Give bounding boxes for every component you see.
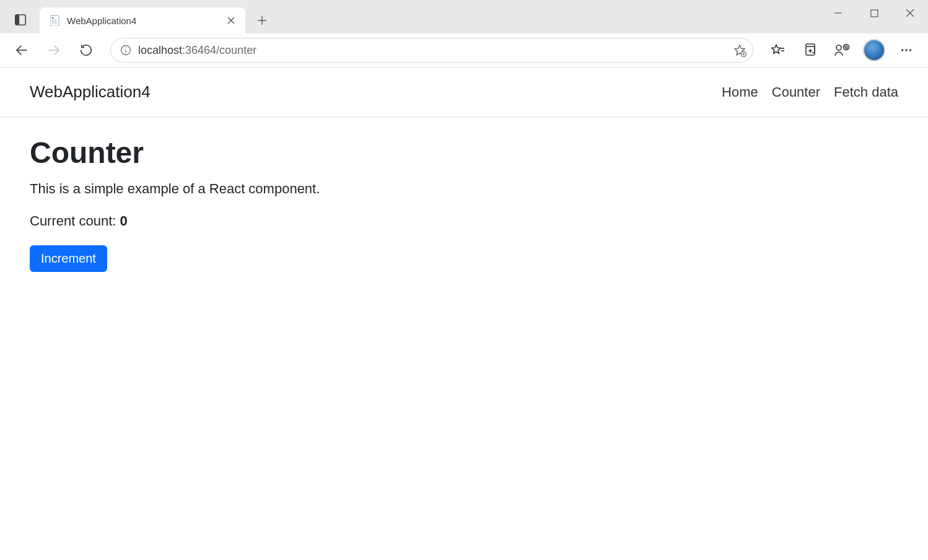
- svg-point-34: [909, 49, 911, 51]
- count-label: Current count:: [30, 213, 120, 229]
- close-icon: [906, 9, 914, 17]
- browser-toolbar: localhost:36464/counter: [0, 33, 928, 68]
- brand-link[interactable]: WebApplication4: [30, 82, 151, 102]
- nav-refresh-button[interactable]: [72, 36, 100, 64]
- page-heading: Counter: [30, 136, 898, 170]
- page-content: Counter This is a simple example of a Re…: [0, 117, 928, 291]
- nav-link-home[interactable]: Home: [722, 84, 758, 100]
- star-plus-icon: [733, 43, 746, 57]
- maximize-icon: [870, 9, 878, 17]
- count-readout: Current count: 0: [30, 213, 898, 229]
- favorites-icon: [770, 43, 785, 58]
- window-controls: [820, 0, 928, 26]
- more-button[interactable]: [892, 36, 921, 64]
- tab-title: WebApplication4: [67, 15, 217, 26]
- site-info-button[interactable]: [120, 44, 132, 56]
- site-nav: Home Counter Fetch data: [722, 84, 898, 100]
- add-favorite-button[interactable]: [733, 43, 746, 57]
- url-host: localhost: [138, 44, 182, 56]
- window-maximize-button[interactable]: [856, 0, 892, 26]
- window-close-button[interactable]: [892, 0, 928, 26]
- tab-actions-button[interactable]: [9, 8, 32, 32]
- count-value: 0: [120, 213, 128, 229]
- url-path: :36464/counter: [182, 44, 256, 56]
- svg-rect-3: [52, 17, 54, 19]
- info-icon: [120, 44, 132, 56]
- nav-forward-button[interactable]: [40, 36, 68, 64]
- svg-point-31: [844, 45, 849, 50]
- new-tab-button[interactable]: [249, 7, 275, 33]
- address-url: localhost:36464/counter: [138, 44, 256, 57]
- nav-back-button[interactable]: [7, 36, 36, 64]
- person-sync-icon: [834, 43, 850, 58]
- svg-point-30: [836, 45, 841, 50]
- arrow-right-icon: [46, 43, 61, 58]
- refresh-icon: [79, 43, 93, 57]
- page-viewport: WebApplication4 Home Counter Fetch data …: [0, 68, 928, 560]
- plus-icon: [257, 15, 267, 25]
- address-bar[interactable]: localhost:36464/counter: [110, 38, 753, 63]
- svg-rect-1: [15, 15, 19, 25]
- page-description: This is a simple example of a React comp…: [30, 181, 898, 197]
- close-icon: [227, 17, 235, 24]
- favorites-button[interactable]: [763, 36, 792, 64]
- browser-tab[interactable]: WebApplication4: [40, 7, 245, 33]
- tab-close-button[interactable]: [223, 12, 239, 28]
- minimize-icon: [834, 9, 843, 17]
- arrow-left-icon: [14, 43, 29, 58]
- increment-button[interactable]: Increment: [30, 245, 107, 272]
- site-header: WebApplication4 Home Counter Fetch data: [0, 68, 928, 117]
- svg-rect-12: [871, 10, 878, 17]
- tab-strip: WebApplication4: [0, 0, 275, 33]
- collections-button[interactable]: [795, 36, 824, 64]
- window-minimize-button[interactable]: [820, 0, 856, 26]
- svg-point-33: [905, 49, 907, 51]
- tab-actions-icon: [14, 13, 27, 27]
- svg-point-32: [901, 49, 903, 51]
- nav-link-counter[interactable]: Counter: [772, 84, 820, 100]
- nav-link-fetch-data[interactable]: Fetch data: [834, 84, 898, 100]
- svg-rect-2: [50, 15, 59, 26]
- collections-icon: [802, 43, 817, 58]
- account-sync-button[interactable]: [828, 36, 856, 64]
- svg-marker-24: [772, 45, 781, 54]
- ellipsis-icon: [900, 43, 913, 57]
- profile-button[interactable]: [860, 36, 888, 64]
- profile-avatar-icon: [863, 39, 885, 61]
- tab-favicon-icon: [50, 15, 61, 26]
- browser-titlebar: WebApplication4: [0, 0, 928, 33]
- svg-point-19: [125, 48, 126, 48]
